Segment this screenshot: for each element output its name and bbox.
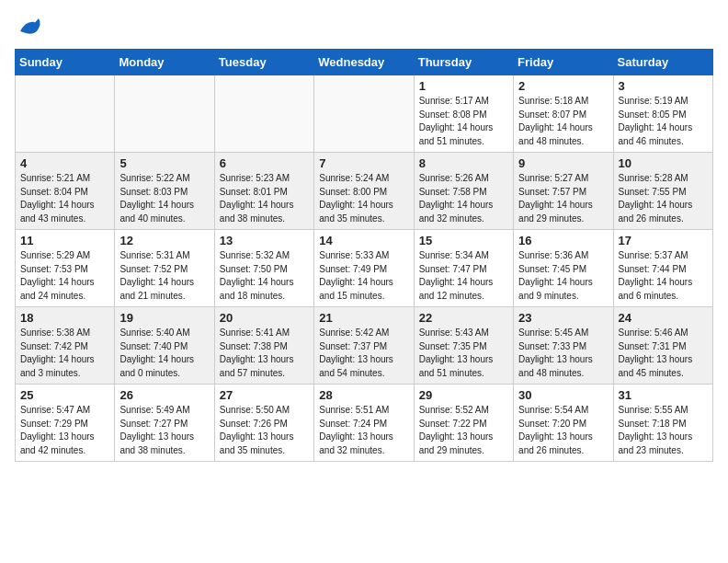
calendar-cell: 23Sunrise: 5:45 AM Sunset: 7:33 PM Dayli… — [514, 307, 613, 385]
day-detail: Sunrise: 5:41 AM Sunset: 7:38 PM Dayligh… — [220, 327, 309, 380]
calendar-cell: 21Sunrise: 5:42 AM Sunset: 7:37 PM Dayli… — [314, 307, 414, 385]
day-number: 12 — [119, 234, 209, 247]
day-detail: Sunrise: 5:46 AM Sunset: 7:31 PM Dayligh… — [619, 327, 708, 380]
weekday-sunday: Sunday — [16, 50, 115, 75]
day-number: 30 — [518, 388, 608, 402]
day-number: 17 — [619, 234, 708, 247]
calendar-cell: 15Sunrise: 5:34 AM Sunset: 7:47 PM Dayli… — [414, 230, 513, 307]
day-detail: Sunrise: 5:21 AM Sunset: 8:04 PM Dayligh… — [20, 172, 109, 225]
calendar-cell: 18Sunrise: 5:38 AM Sunset: 7:42 PM Dayli… — [16, 307, 115, 385]
header — [15, 15, 713, 41]
calendar: SundayMondayTuesdayWednesdayThursdayFrid… — [15, 49, 713, 462]
weekday-friday: Friday — [514, 50, 613, 75]
day-number: 8 — [419, 156, 508, 170]
day-detail: Sunrise: 5:28 AM Sunset: 7:55 PM Dayligh… — [619, 172, 708, 225]
day-number: 5 — [119, 156, 209, 170]
day-detail: Sunrise: 5:50 AM Sunset: 7:26 PM Dayligh… — [220, 404, 309, 457]
day-detail: Sunrise: 5:18 AM Sunset: 8:07 PM Dayligh… — [518, 95, 608, 148]
day-number: 27 — [220, 388, 309, 402]
day-number: 28 — [319, 388, 408, 402]
day-number: 23 — [518, 311, 608, 325]
day-detail: Sunrise: 5:31 AM Sunset: 7:52 PM Dayligh… — [119, 249, 209, 303]
day-detail: Sunrise: 5:47 AM Sunset: 7:29 PM Dayligh… — [20, 404, 109, 457]
day-number: 6 — [220, 156, 309, 170]
day-number: 25 — [20, 388, 109, 402]
calendar-cell — [115, 75, 214, 153]
day-detail: Sunrise: 5:34 AM Sunset: 7:47 PM Dayligh… — [419, 249, 508, 303]
day-detail: Sunrise: 5:33 AM Sunset: 7:49 PM Dayligh… — [319, 249, 408, 303]
day-number: 9 — [518, 156, 608, 170]
weekday-thursday: Thursday — [414, 50, 513, 75]
day-number: 15 — [419, 234, 508, 247]
calendar-cell: 22Sunrise: 5:43 AM Sunset: 7:35 PM Dayli… — [414, 307, 513, 385]
day-detail: Sunrise: 5:22 AM Sunset: 8:03 PM Dayligh… — [119, 172, 209, 225]
day-number: 16 — [518, 234, 608, 247]
day-detail: Sunrise: 5:26 AM Sunset: 7:58 PM Dayligh… — [419, 172, 508, 225]
calendar-cell: 16Sunrise: 5:36 AM Sunset: 7:45 PM Dayli… — [514, 230, 613, 307]
day-detail: Sunrise: 5:23 AM Sunset: 8:01 PM Dayligh… — [220, 172, 309, 225]
weekday-header-row: SundayMondayTuesdayWednesdayThursdayFrid… — [16, 50, 713, 75]
day-detail: Sunrise: 5:45 AM Sunset: 7:33 PM Dayligh… — [518, 327, 608, 380]
day-detail: Sunrise: 5:24 AM Sunset: 8:00 PM Dayligh… — [319, 172, 408, 225]
calendar-cell: 20Sunrise: 5:41 AM Sunset: 7:38 PM Dayli… — [214, 307, 313, 385]
weekday-tuesday: Tuesday — [214, 50, 313, 75]
day-detail: Sunrise: 5:55 AM Sunset: 7:18 PM Dayligh… — [619, 404, 708, 457]
calendar-cell: 28Sunrise: 5:51 AM Sunset: 7:24 PM Dayli… — [314, 385, 414, 462]
calendar-cell: 19Sunrise: 5:40 AM Sunset: 7:40 PM Dayli… — [115, 307, 214, 385]
day-number: 26 — [119, 388, 209, 402]
logo — [15, 15, 44, 41]
day-detail: Sunrise: 5:51 AM Sunset: 7:24 PM Dayligh… — [319, 404, 408, 457]
calendar-week-5: 25Sunrise: 5:47 AM Sunset: 7:29 PM Dayli… — [16, 385, 713, 462]
day-number: 21 — [319, 311, 408, 325]
day-detail: Sunrise: 5:43 AM Sunset: 7:35 PM Dayligh… — [419, 327, 508, 380]
calendar-cell — [314, 75, 414, 153]
day-detail: Sunrise: 5:52 AM Sunset: 7:22 PM Dayligh… — [419, 404, 508, 457]
calendar-cell: 26Sunrise: 5:49 AM Sunset: 7:27 PM Dayli… — [115, 385, 214, 462]
day-number: 11 — [20, 234, 109, 247]
day-detail: Sunrise: 5:40 AM Sunset: 7:40 PM Dayligh… — [119, 327, 209, 380]
calendar-cell — [16, 75, 115, 153]
calendar-cell: 8Sunrise: 5:26 AM Sunset: 7:58 PM Daylig… — [414, 153, 513, 230]
calendar-cell: 5Sunrise: 5:22 AM Sunset: 8:03 PM Daylig… — [115, 153, 214, 230]
calendar-cell: 4Sunrise: 5:21 AM Sunset: 8:04 PM Daylig… — [16, 153, 115, 230]
weekday-monday: Monday — [115, 50, 214, 75]
calendar-cell: 30Sunrise: 5:54 AM Sunset: 7:20 PM Dayli… — [514, 385, 613, 462]
day-detail: Sunrise: 5:29 AM Sunset: 7:53 PM Dayligh… — [20, 249, 109, 303]
day-detail: Sunrise: 5:38 AM Sunset: 7:42 PM Dayligh… — [20, 327, 109, 380]
day-number: 24 — [619, 311, 708, 325]
day-number: 10 — [619, 156, 708, 170]
calendar-cell: 24Sunrise: 5:46 AM Sunset: 7:31 PM Dayli… — [613, 307, 712, 385]
day-detail: Sunrise: 5:54 AM Sunset: 7:20 PM Dayligh… — [518, 404, 608, 457]
calendar-cell: 25Sunrise: 5:47 AM Sunset: 7:29 PM Dayli… — [16, 385, 115, 462]
day-detail: Sunrise: 5:37 AM Sunset: 7:44 PM Dayligh… — [619, 249, 708, 303]
calendar-cell: 11Sunrise: 5:29 AM Sunset: 7:53 PM Dayli… — [16, 230, 115, 307]
calendar-week-3: 11Sunrise: 5:29 AM Sunset: 7:53 PM Dayli… — [16, 230, 713, 307]
day-number: 13 — [220, 234, 309, 247]
weekday-wednesday: Wednesday — [314, 50, 414, 75]
day-number: 31 — [619, 388, 708, 402]
day-detail: Sunrise: 5:49 AM Sunset: 7:27 PM Dayligh… — [119, 404, 209, 457]
calendar-cell: 6Sunrise: 5:23 AM Sunset: 8:01 PM Daylig… — [214, 153, 313, 230]
day-detail: Sunrise: 5:17 AM Sunset: 8:08 PM Dayligh… — [419, 95, 508, 148]
day-detail: Sunrise: 5:32 AM Sunset: 7:50 PM Dayligh… — [220, 249, 309, 303]
calendar-cell: 2Sunrise: 5:18 AM Sunset: 8:07 PM Daylig… — [514, 75, 613, 153]
calendar-cell: 27Sunrise: 5:50 AM Sunset: 7:26 PM Dayli… — [214, 385, 313, 462]
calendar-week-4: 18Sunrise: 5:38 AM Sunset: 7:42 PM Dayli… — [16, 307, 713, 385]
calendar-cell: 7Sunrise: 5:24 AM Sunset: 8:00 PM Daylig… — [314, 153, 414, 230]
day-number: 22 — [419, 311, 508, 325]
calendar-cell: 1Sunrise: 5:17 AM Sunset: 8:08 PM Daylig… — [414, 75, 513, 153]
day-number: 7 — [319, 156, 408, 170]
calendar-cell: 10Sunrise: 5:28 AM Sunset: 7:55 PM Dayli… — [613, 153, 712, 230]
day-detail: Sunrise: 5:42 AM Sunset: 7:37 PM Dayligh… — [319, 327, 408, 380]
calendar-cell: 12Sunrise: 5:31 AM Sunset: 7:52 PM Dayli… — [115, 230, 214, 307]
calendar-week-2: 4Sunrise: 5:21 AM Sunset: 8:04 PM Daylig… — [16, 153, 713, 230]
calendar-cell: 14Sunrise: 5:33 AM Sunset: 7:49 PM Dayli… — [314, 230, 414, 307]
calendar-cell: 3Sunrise: 5:19 AM Sunset: 8:05 PM Daylig… — [613, 75, 712, 153]
weekday-saturday: Saturday — [613, 50, 712, 75]
calendar-cell: 13Sunrise: 5:32 AM Sunset: 7:50 PM Dayli… — [214, 230, 313, 307]
calendar-week-1: 1Sunrise: 5:17 AM Sunset: 8:08 PM Daylig… — [16, 75, 713, 153]
day-number: 29 — [419, 388, 508, 402]
day-number: 19 — [119, 311, 209, 325]
calendar-cell: 17Sunrise: 5:37 AM Sunset: 7:44 PM Dayli… — [613, 230, 712, 307]
day-detail: Sunrise: 5:19 AM Sunset: 8:05 PM Dayligh… — [619, 95, 708, 148]
